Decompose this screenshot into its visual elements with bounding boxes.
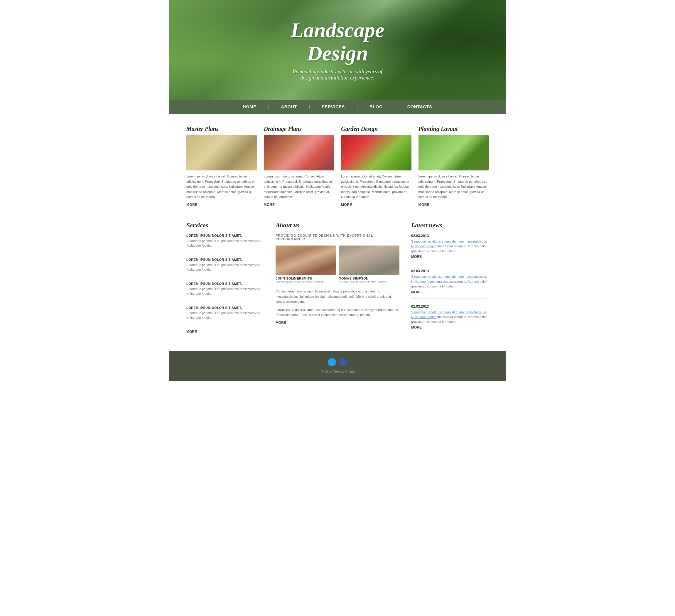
about-section: About us PROVIDING EXQUISITE DESIGNS WIT… bbox=[276, 222, 399, 340]
main-content: Master Plans Lorem ipsum dolor sit amet,… bbox=[169, 114, 506, 351]
nav-home[interactable]: HOME bbox=[243, 103, 256, 110]
news-title: Latest news bbox=[411, 222, 489, 229]
service-text-4: S natoque penatibus et gnis dent mo ntes… bbox=[186, 311, 264, 320]
team-photo-tomas bbox=[339, 246, 399, 275]
news-section: Latest news 02.03.2013 S natoque penatib… bbox=[411, 222, 489, 340]
service-heading-1: LOREM IPSUM DOLOR SIT AMET, bbox=[186, 234, 264, 237]
about-text-2: Lorem ipsum dolor sit amet, consec tetue… bbox=[276, 307, 399, 318]
twitter-icon[interactable]: t bbox=[328, 358, 336, 366]
team-desc-tomas: Loremp ipsum dolor sit amet, consec. bbox=[339, 280, 399, 284]
card-more-master[interactable]: MORE bbox=[186, 203, 257, 207]
service-heading-4: LOREM IPSUM DOLOR SIT AMET, bbox=[186, 306, 264, 310]
footer-copyright: 2013 © Privacy Policy bbox=[176, 370, 499, 374]
service-text-3: S natoque penatibus et gnis dent mo ntes… bbox=[186, 287, 264, 296]
card-image-drainage bbox=[264, 135, 334, 170]
news-text-1: S natoque penatibus et gnis dent mo ntes… bbox=[411, 239, 489, 254]
card-image-master bbox=[186, 135, 257, 170]
footer-social: t f bbox=[176, 358, 499, 366]
nav-about[interactable]: ABOUT bbox=[281, 103, 297, 110]
card-more-drainage[interactable]: MORE bbox=[264, 203, 334, 207]
card-title-drainage: Drainage Plans bbox=[264, 125, 334, 132]
news-date-2: 02.03.2013 bbox=[411, 269, 489, 273]
nav-services[interactable]: SERVICES bbox=[322, 103, 345, 110]
card-text-planting: Lorem ipsum dolor sit amet, Consec tetue… bbox=[419, 174, 489, 200]
card-more-garden[interactable]: MORE bbox=[341, 203, 411, 207]
service-heading-2: LOREM IPSUM DOLOR SIT AMET, bbox=[186, 258, 264, 261]
services-more-link[interactable]: MORE bbox=[186, 330, 264, 334]
card-title-master: Master Plans bbox=[186, 125, 257, 132]
nav-divider-4: | bbox=[394, 104, 396, 109]
nav-blog[interactable]: BLOG bbox=[370, 103, 382, 110]
card-image-garden bbox=[341, 135, 411, 170]
card-planting-layout: Planting Layout Lorem ipsum dolor sit am… bbox=[419, 125, 489, 207]
team-desc-john: Loremp ipsum dolor sit amet, consec. bbox=[276, 280, 336, 284]
services-title: Services bbox=[186, 222, 264, 229]
nav-contacts[interactable]: CONTACTS bbox=[407, 103, 432, 110]
footer: t f 2013 © Privacy Policy bbox=[169, 351, 506, 381]
card-drainage-plans: Drainage Plans Lorem ipsum dolor sit ame… bbox=[264, 125, 334, 207]
hero-subtitle: Remodeling industry veteran with years o… bbox=[293, 69, 382, 81]
card-garden-design: Garden Design Lorem ipsum dolor sit amet… bbox=[341, 125, 411, 207]
main-nav: HOME | ABOUT | SERVICES | BLOG | CONTACT… bbox=[169, 100, 506, 114]
card-more-planting[interactable]: MORE bbox=[419, 203, 489, 207]
bottom-sections: Services LOREM IPSUM DOLOR SIT AMET, S n… bbox=[186, 222, 489, 340]
news-more-1[interactable]: MORE bbox=[411, 255, 489, 259]
nav-divider-3: | bbox=[357, 104, 358, 109]
news-more-2[interactable]: MORE bbox=[411, 290, 489, 294]
card-title-planting: Planting Layout bbox=[419, 125, 489, 132]
service-item-1: LOREM IPSUM DOLOR SIT AMET, S natoque pe… bbox=[186, 234, 264, 252]
nav-divider-1: | bbox=[268, 104, 269, 109]
card-image-planting bbox=[419, 135, 489, 170]
news-item-3: 02.03.2013 S natoque penatibus et gnis d… bbox=[411, 304, 489, 334]
news-more-3[interactable]: MORE bbox=[411, 325, 489, 329]
hero-section: LandscapeDesign Remodeling industry vete… bbox=[169, 0, 506, 100]
facebook-icon[interactable]: f bbox=[339, 358, 347, 366]
news-item-2: 02.03.2013 S natoque penatibus et gnis d… bbox=[411, 269, 489, 298]
service-cards: Master Plans Lorem ipsum dolor sit amet,… bbox=[186, 125, 489, 207]
card-title-garden: Garden Design bbox=[341, 125, 411, 132]
service-text-2: S natoque penatibus et gnis dent mo ntes… bbox=[186, 263, 264, 272]
team-grid: JOHN SOMMERSMITH Loremp ipsum dolor sit … bbox=[276, 246, 399, 284]
team-photo-john bbox=[276, 246, 336, 275]
service-item-3: LOREM IPSUM DOLOR SIT AMET, S natoque pe… bbox=[186, 282, 264, 300]
team-name-john: JOHN SOMMERSMITH bbox=[276, 277, 336, 280]
card-text-garden: Lorem ipsum dolor sit amet, Consec tetue… bbox=[341, 174, 411, 200]
team-member-tomas: TOMAS SIMPSON Loremp ipsum dolor sit ame… bbox=[339, 246, 399, 284]
about-text-1: Consec tetuer adipiscing it. Praesebul n… bbox=[276, 289, 399, 304]
service-heading-3: LOREM IPSUM DOLOR SIT AMET, bbox=[186, 282, 264, 285]
service-item-2: LOREM IPSUM DOLOR SIT AMET, S natoque pe… bbox=[186, 258, 264, 276]
news-date-1: 02.03.2013 bbox=[411, 234, 489, 238]
service-text-1: S natoque penatibus et gnis dent mo ntes… bbox=[186, 239, 264, 248]
news-text-3: S natoque penatibus et gnis dent mo ntes… bbox=[411, 310, 489, 325]
card-text-master: Lorem ipsum dolor sit amet, Consec tetue… bbox=[186, 174, 257, 200]
about-more-link[interactable]: MORE bbox=[276, 321, 399, 325]
card-text-drainage: Lorem ipsum dolor sit amet, Consec tetue… bbox=[264, 174, 334, 200]
about-title: About us bbox=[276, 222, 399, 229]
services-section: Services LOREM IPSUM DOLOR SIT AMET, S n… bbox=[186, 222, 264, 340]
team-member-john: JOHN SOMMERSMITH Loremp ipsum dolor sit … bbox=[276, 246, 336, 284]
team-name-tomas: TOMAS SIMPSON bbox=[339, 277, 399, 280]
news-item-1: 02.03.2013 S natoque penatibus et gnis d… bbox=[411, 234, 489, 263]
news-text-2: S natoque penatibus et gnis dent mo ntes… bbox=[411, 274, 489, 289]
about-subtitle: PROVIDING EXQUISITE DESIGNS WITH EXCEPTI… bbox=[276, 234, 399, 241]
news-date-3: 02.03.2013 bbox=[411, 304, 489, 309]
hero-title: LandscapeDesign bbox=[291, 19, 384, 65]
service-item-4: LOREM IPSUM DOLOR SIT AMET, S natoque pe… bbox=[186, 306, 264, 324]
card-master-plans: Master Plans Lorem ipsum dolor sit amet,… bbox=[186, 125, 257, 207]
nav-divider-2: | bbox=[309, 104, 310, 109]
